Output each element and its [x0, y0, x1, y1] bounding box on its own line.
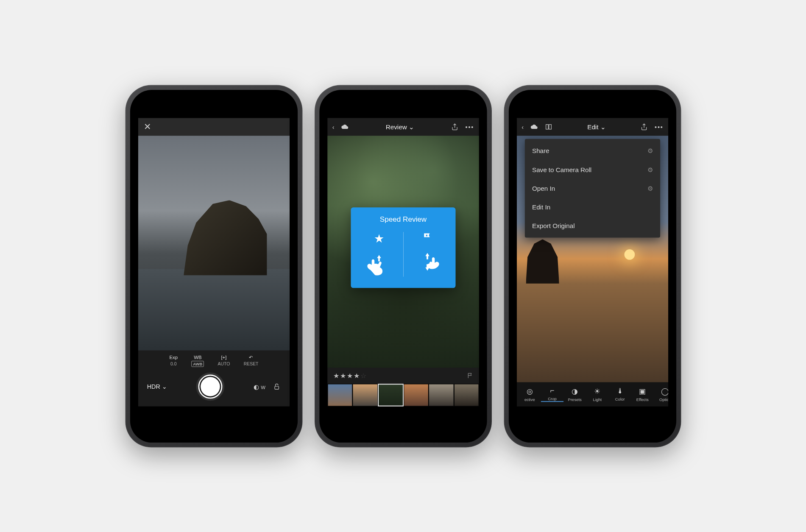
- tool-light[interactable]: ☀ Light: [586, 387, 608, 401]
- exposure-control[interactable]: Exp 0.0: [169, 354, 178, 367]
- svg-rect-1: [546, 124, 548, 129]
- thumbnail[interactable]: [454, 384, 479, 406]
- tool-effects[interactable]: ▣ Effects: [631, 387, 653, 401]
- more-icon[interactable]: •••: [655, 123, 664, 130]
- undo-icon: ↶: [243, 354, 258, 361]
- more-icon[interactable]: •••: [465, 123, 474, 130]
- close-icon[interactable]: ✕: [144, 121, 151, 132]
- cloud-icon[interactable]: [340, 123, 349, 131]
- halfmoon-icon[interactable]: ◐ W: [253, 383, 265, 390]
- phone-review: ‹ Review ⌄ •••: [315, 85, 492, 447]
- crop-icon: ⌐: [541, 387, 563, 395]
- share-icon[interactable]: [451, 123, 459, 131]
- effects-icon: ▣: [631, 387, 653, 396]
- tool-selective[interactable]: ◎ ective: [518, 387, 541, 401]
- gear-icon[interactable]: ⚙: [647, 185, 653, 192]
- bracket-control[interactable]: [+] AUTO: [218, 354, 230, 367]
- compare-icon[interactable]: [544, 123, 552, 131]
- review-photo[interactable]: Speed Review ★: [327, 136, 479, 368]
- camera-topbar: ✕: [138, 118, 289, 136]
- share-sheet: Share ⚙ Save to Camera Roll ⚙ Open In ⚙ …: [524, 139, 660, 237]
- back-icon[interactable]: ‹: [332, 123, 334, 130]
- swipe-gesture-icon: [414, 249, 440, 275]
- overlay-title: Speed Review: [358, 215, 448, 224]
- nav-title[interactable]: Edit ⌄: [587, 123, 605, 131]
- thumbnail[interactable]: [403, 384, 428, 406]
- chevron-down-icon: ⌄: [408, 123, 413, 130]
- cloud-icon[interactable]: [530, 123, 538, 131]
- sheet-item-share[interactable]: Share ⚙: [524, 141, 660, 160]
- chevron-down-icon: ⌄: [162, 383, 167, 390]
- edit-tools: ◎ ective ⌐ Crop ◑ Presets ☀ Light 🌡 C: [516, 382, 668, 406]
- pick-flag-icon[interactable]: [467, 372, 473, 379]
- lock-icon[interactable]: [273, 382, 281, 390]
- thumbnail[interactable]: [429, 384, 454, 406]
- target-icon: ◎: [518, 387, 541, 396]
- thumbnail-selected[interactable]: [377, 384, 403, 406]
- camera-viewfinder[interactable]: [138, 136, 289, 351]
- sheet-item-export[interactable]: Export Original: [524, 217, 660, 235]
- hdr-toggle[interactable]: HDR ⌄: [147, 383, 167, 390]
- gear-icon[interactable]: ⚙: [647, 166, 653, 173]
- chevron-down-icon: ⌄: [600, 123, 605, 130]
- tool-presets[interactable]: ◑ Presets: [563, 387, 586, 401]
- svg-rect-2: [549, 124, 551, 129]
- edit-photo[interactable]: Share ⚙ Save to Camera Roll ⚙ Open In ⚙ …: [516, 136, 668, 382]
- presets-icon: ◑: [563, 387, 586, 396]
- star-icon: ★: [374, 232, 384, 245]
- phone-camera: ✕ Exp 0.0 WB AWB [+]: [125, 85, 302, 447]
- back-icon[interactable]: ‹: [522, 123, 524, 130]
- gear-icon[interactable]: ⚙: [647, 147, 653, 154]
- nav-title[interactable]: Review ⌄: [385, 123, 413, 131]
- tool-optics[interactable]: ◯ Optics: [653, 387, 668, 401]
- phone-edit: ‹ Edit ⌄ •••: [504, 85, 681, 447]
- shutter-button[interactable]: [196, 372, 224, 401]
- swipe-gesture-icon: [366, 251, 392, 276]
- thermometer-icon: 🌡: [608, 387, 631, 396]
- reset-control[interactable]: ↶ RESET: [243, 354, 258, 367]
- tool-crop[interactable]: ⌐ Crop: [541, 387, 563, 402]
- sheet-item-save[interactable]: Save to Camera Roll ⚙: [524, 160, 660, 179]
- rating-stars[interactable]: ★★★★☆: [333, 371, 366, 380]
- thumbnail[interactable]: [352, 384, 377, 406]
- thumbnail-strip[interactable]: [327, 384, 479, 406]
- thumbnail[interactable]: [327, 384, 352, 406]
- flag-icon: [421, 232, 433, 243]
- share-icon[interactable]: [640, 123, 648, 131]
- speed-review-overlay: Speed Review ★: [351, 207, 455, 288]
- sheet-item-openin[interactable]: Open In ⚙: [524, 179, 660, 198]
- sun-icon: ☀: [586, 387, 608, 396]
- sheet-item-editin[interactable]: Edit In: [524, 198, 660, 217]
- svg-rect-0: [274, 386, 279, 389]
- whitebalance-control[interactable]: WB AWB: [191, 354, 204, 367]
- lens-icon: ◯: [653, 387, 668, 396]
- tool-color[interactable]: 🌡 Color: [608, 387, 631, 401]
